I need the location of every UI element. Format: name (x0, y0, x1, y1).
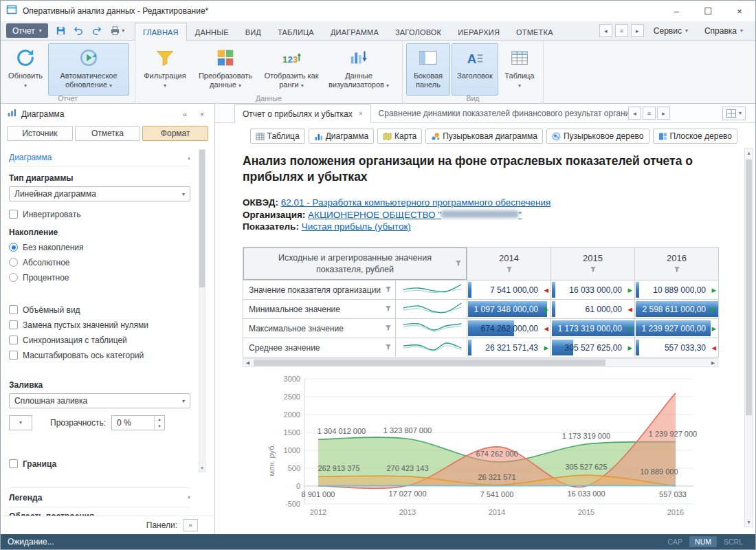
side-panel-button[interactable]: Боковая панель (406, 43, 450, 96)
value-cell[interactable]: 557 033,30◀ (635, 338, 719, 358)
table-header-2014[interactable]: 2014 (467, 248, 551, 280)
collapsed-section[interactable]: Область построения▾ (9, 507, 190, 516)
tab-scroll-right-button[interactable]: ▸ (631, 24, 644, 37)
ribbon-tab[interactable]: ОТМЕТКА (508, 24, 562, 41)
transform-data-button[interactable]: Преобразовать данные ▾ (192, 43, 258, 96)
doc-tab-list-button[interactable]: ≡ (643, 107, 656, 120)
filter-funnel-icon[interactable] (385, 305, 392, 314)
filter-funnel-icon[interactable] (455, 259, 462, 269)
visualizer-data-button[interactable]: Данные визуализаторов ▾ (324, 43, 393, 96)
collapse-panel-button[interactable]: « (179, 108, 191, 120)
filter-funnel-icon[interactable] (590, 265, 597, 275)
ribbon-tab[interactable]: ДАННЫЕ (187, 24, 237, 41)
show-as-ranks-button[interactable]: 123 Отобразить как ранги ▾ (260, 43, 323, 96)
maximize-button[interactable]: ☐ (692, 1, 724, 21)
value-cell[interactable]: 674 262 000,00◀ (467, 319, 551, 338)
value-cell[interactable]: 7 541 000,00◀ (467, 280, 551, 300)
view-flat-tree-button[interactable]: Плоское дерево (653, 129, 737, 144)
ribbon-tab[interactable]: ИЕРАРХИЯ (449, 24, 508, 41)
filter-funnel-icon[interactable] (385, 324, 392, 333)
doc-tab-scroll-left-button[interactable]: ◂ (628, 107, 641, 120)
header-toggle-button[interactable]: A Заголовок (452, 43, 498, 96)
table-row[interactable]: Минимальное значение1 097 348 000,00▶61 … (243, 300, 719, 319)
table-header-2015[interactable]: 2015 (551, 248, 635, 280)
auto-refresh-button[interactable]: Автоматическое обновление ▾ (48, 43, 129, 96)
checkbox-option[interactable]: Масштабировать ось категорий (9, 349, 190, 362)
value-cell[interactable]: 305 527 625,00▶ (551, 338, 635, 358)
scrollbar-thumb[interactable] (254, 360, 605, 366)
collapsed-section[interactable]: Легенда▾ (9, 487, 190, 507)
ribbon-tab[interactable]: ДИАГРАММА (322, 24, 387, 41)
checkbox-option[interactable]: Объёмный вид (9, 303, 190, 316)
value-cell[interactable]: 61 000,00◀ (551, 300, 635, 319)
view-bubble-tree-button[interactable]: Пузырьковое дерево (546, 129, 649, 144)
value-cell[interactable]: 1 097 348 000,00▶ (467, 300, 551, 319)
invert-checkbox[interactable]: Инвертировать (9, 208, 190, 221)
filter-funnel-icon[interactable] (385, 343, 392, 353)
table-button[interactable]: Таблица ▾ (500, 43, 540, 96)
filter-funnel-icon[interactable] (385, 285, 392, 295)
view-table-button[interactable]: Таблица (250, 129, 305, 144)
transparency-stepper[interactable]: 0 % ▲▼ (111, 415, 165, 430)
service-menu[interactable]: Сервис▾ (647, 26, 695, 36)
stepper-up-icon[interactable]: ▲ (155, 416, 164, 423)
close-button[interactable]: × (724, 1, 755, 21)
panels-expand-button[interactable]: » (183, 519, 198, 531)
fill-color-button[interactable]: ▾ (9, 415, 32, 430)
filter-funnel-icon[interactable] (506, 265, 513, 275)
okved-link[interactable]: 62.01 - Разработка компьютерного програм… (281, 197, 551, 208)
value-cell[interactable]: 1 173 319 000,00▶ (551, 319, 635, 338)
vertical-scrollbar[interactable]: ▲ ▼ (744, 148, 753, 527)
refresh-button[interactable]: Обновить ▾ (4, 43, 47, 96)
filter-funnel-icon[interactable] (674, 265, 680, 275)
sidebar-scrollbar[interactable]: ▼ (199, 149, 205, 472)
scroll-right-icon[interactable]: ▶ (709, 359, 718, 366)
tab-mark[interactable]: Отметка (75, 126, 141, 141)
scrollbar-thumb[interactable] (746, 160, 752, 415)
value-cell[interactable]: 10 889 000,00▶ (635, 280, 719, 300)
undo-icon[interactable] (71, 23, 87, 38)
table-row[interactable]: Максимальное значение674 262 000,00◀1 17… (243, 319, 719, 338)
scroll-up-icon[interactable]: ▲ (745, 148, 753, 157)
scroll-down-icon[interactable]: ▼ (745, 518, 753, 527)
tab-scroll-left-button[interactable]: ◂ (599, 24, 612, 37)
table-header-2016[interactable]: 2016 (635, 248, 719, 280)
report-menu-button[interactable]: Отчет▾ (6, 23, 48, 38)
doc-tab-profit-loss[interactable]: Отчет о прибылях и убытках × (234, 104, 371, 123)
view-map-button[interactable]: Карта (377, 129, 422, 144)
scroll-down-icon[interactable]: ▼ (199, 464, 205, 472)
view-chart-button[interactable]: Диаграмма (309, 129, 374, 144)
doc-tab-scroll-right-button[interactable]: ▸ (657, 107, 670, 120)
value-cell[interactable]: 2 598 611 000,00▶ (635, 300, 719, 319)
chart-type-select[interactable]: Линейная диаграмма ▾ (9, 186, 190, 201)
value-cell[interactable]: 16 033 000,00▶ (551, 280, 635, 300)
ribbon-tab[interactable]: ЗАГОЛОВОК (387, 24, 449, 41)
radio-option[interactable]: Процентное (9, 271, 190, 284)
ribbon-tab[interactable]: ГЛАВНАЯ (135, 23, 187, 41)
scrollbar-thumb[interactable] (199, 150, 205, 287)
close-tab-icon[interactable]: × (359, 110, 363, 118)
ribbon-tab[interactable]: ТАБЛИЦА (269, 24, 322, 41)
checkbox-option[interactable]: Замена пустых значений нулями (9, 318, 190, 331)
tab-source[interactable]: Источник (7, 126, 73, 141)
filter-button[interactable]: Фильтрация ▾ (139, 43, 191, 96)
value-cell[interactable]: 26 321 571,43▶ (467, 338, 551, 358)
save-icon[interactable] (54, 23, 69, 38)
table-row[interactable]: Среднее значение26 321 571,43▶305 527 62… (243, 338, 719, 358)
value-cell[interactable]: 1 239 927 000,00▶ (635, 319, 719, 338)
organization-link[interactable]: АКЦИОНЕРНОЕ ОБЩЕСТВО "" (308, 210, 522, 220)
tab-format[interactable]: Формат (142, 126, 208, 141)
stepper-down-icon[interactable]: ▼ (155, 423, 164, 430)
section-chart[interactable]: Диаграмма ▴ (9, 149, 190, 166)
table-row[interactable]: Значение показателя организации7 541 000… (243, 280, 719, 300)
minimize-button[interactable]: – (660, 1, 692, 21)
radio-option[interactable]: Без накопления (9, 241, 190, 254)
window-layout-button[interactable]: ▾ (722, 107, 746, 120)
close-panel-button[interactable]: × (196, 108, 208, 120)
fill-select[interactable]: Сплошная заливка ▾ (9, 393, 190, 408)
tab-list-button[interactable]: ≡ (615, 24, 628, 37)
table-header-main[interactable]: Исходные и агрегированные значения показ… (243, 248, 467, 280)
redo-icon[interactable] (89, 23, 104, 38)
ribbon-tab[interactable]: ВИД (237, 24, 269, 41)
view-bubble-chart-button[interactable]: Пузырьковая диаграмма (425, 129, 543, 144)
